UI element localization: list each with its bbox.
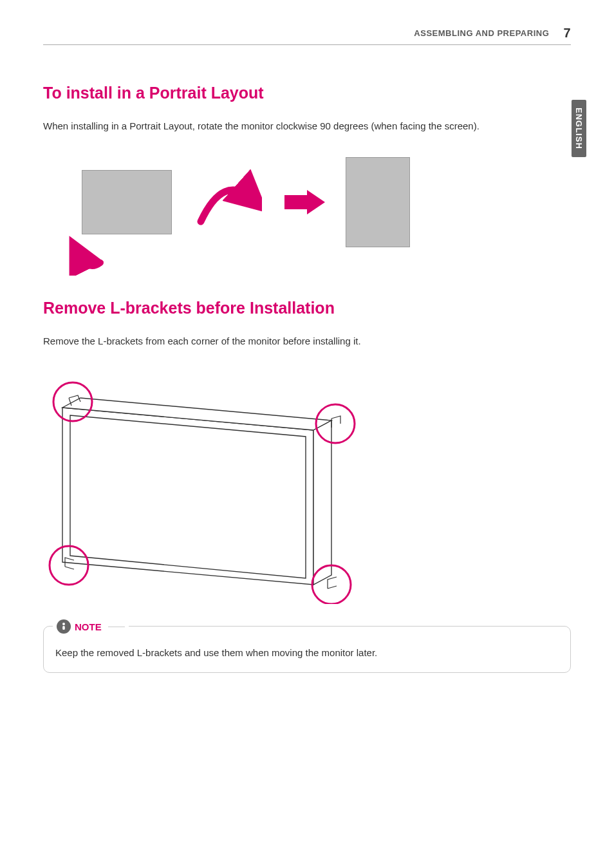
- note-info-icon: [57, 619, 71, 634]
- section-title-portrait: To install in a Portrait Layout: [43, 84, 571, 102]
- rotate-diagram: [82, 157, 571, 247]
- section-body-lbrackets: Remove the L-brackets from each corner o…: [43, 335, 571, 346]
- section-title-lbrackets: Remove L-brackets before Installation: [43, 299, 571, 317]
- rotate-arrow-cw-icon: [191, 164, 262, 241]
- page-header: ASSEMBLING AND PREPARING 7: [43, 26, 571, 45]
- svg-rect-5: [62, 626, 65, 630]
- language-tab: ENGLISH: [572, 100, 586, 157]
- note-label: NOTE: [53, 619, 129, 634]
- section-body-portrait: When installing in a Portrait Layout, ro…: [43, 120, 571, 131]
- rotate-arrow-ccw-icon: [65, 231, 110, 276]
- svg-point-4: [62, 623, 65, 625]
- lbracket-diagram: [43, 372, 571, 607]
- monitor-landscape-rect: [82, 170, 172, 234]
- svg-marker-2: [313, 420, 331, 585]
- arrow-right-icon: [281, 186, 326, 218]
- note-box: NOTE Keep the removed L-brackets and use…: [43, 626, 571, 673]
- note-label-text: NOTE: [75, 621, 102, 632]
- note-body: Keep the removed L-brackets and use them…: [55, 647, 559, 658]
- page-number: 7: [563, 26, 571, 40]
- section-label: ASSEMBLING AND PREPARING: [414, 28, 549, 38]
- monitor-portrait-rect: [346, 157, 410, 247]
